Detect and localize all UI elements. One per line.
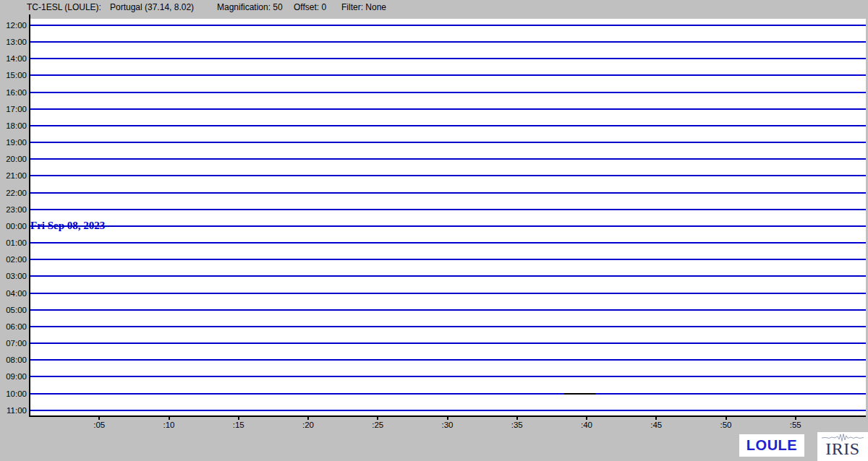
trace-line <box>30 309 866 311</box>
minute-tick-label: :20 <box>297 421 320 429</box>
time-label: 05:00 <box>0 305 27 315</box>
minute-tick <box>307 417 309 420</box>
trace-line <box>30 259 866 260</box>
time-label: 10:00 <box>0 389 27 399</box>
time-label: 06:00 <box>0 322 27 332</box>
trace-line <box>30 74 866 76</box>
trace-line <box>30 25 866 26</box>
time-label: 16:00 <box>0 87 27 98</box>
minute-tick-label: :25 <box>366 421 389 429</box>
time-label: 07:00 <box>0 338 27 348</box>
time-label: 23:00 <box>0 204 27 215</box>
time-label: 04:00 <box>0 288 27 298</box>
trace-line <box>30 158 866 160</box>
trace-line <box>30 209 866 210</box>
trace-line <box>30 125 866 126</box>
minute-tick-label: :15 <box>227 421 250 429</box>
iris-logo-text: IRIS <box>817 439 868 458</box>
minute-tick-label: :30 <box>436 421 459 429</box>
trace-line <box>30 175 866 176</box>
magnification-label: Magnification: 50 <box>217 2 283 12</box>
trace-line <box>30 359 866 361</box>
time-label: 15:00 <box>0 70 27 80</box>
offset-label: Offset: 0 <box>294 2 326 12</box>
time-label: 19:00 <box>0 137 27 147</box>
minute-tick <box>586 417 587 420</box>
minute-tick-label: :50 <box>715 421 738 429</box>
time-label: 21:00 <box>0 171 27 181</box>
time-label: 18:00 <box>0 121 27 131</box>
station-monitor-window: TC-1ESL (LOULE): Portugal (37.14, 8.02) … <box>0 0 868 461</box>
trace-line <box>30 92 866 93</box>
time-label: 13:00 <box>0 37 27 47</box>
time-label: 02:00 <box>0 254 27 264</box>
pen-position-segment <box>564 393 595 395</box>
minute-tick-label: :40 <box>575 421 598 429</box>
trace-line <box>30 293 866 294</box>
time-label: 14:00 <box>0 53 27 64</box>
minute-tick <box>726 417 727 420</box>
minute-tick-label: :55 <box>784 421 807 429</box>
iris-logo[interactable]: IRIS <box>817 432 868 461</box>
minute-tick <box>795 417 796 420</box>
trace-line <box>30 393 866 395</box>
station-button[interactable]: LOULE <box>739 434 804 457</box>
minute-tick <box>655 417 657 420</box>
time-label: 08:00 <box>0 355 27 365</box>
trace-line <box>30 275 866 277</box>
time-label: 22:00 <box>0 188 27 198</box>
trace-line <box>30 142 866 143</box>
station-id-label: TC-1ESL (LOULE): <box>27 2 101 12</box>
minute-tick <box>377 417 378 420</box>
minute-tick-label: :35 <box>506 421 529 429</box>
time-label: 12:00 <box>0 20 27 30</box>
trace-line <box>30 58 866 59</box>
trace-line <box>30 376 866 377</box>
trace-line <box>30 326 866 327</box>
minute-tick <box>98 417 100 420</box>
time-label: 17:00 <box>0 104 27 114</box>
date-annotation: Fri Sep 08, 2023 <box>30 220 105 232</box>
minute-tick <box>169 417 170 420</box>
minute-tick-label: :05 <box>88 421 111 429</box>
time-label: 03:00 <box>0 271 27 281</box>
trace-line <box>30 410 866 411</box>
minute-tick-label: :45 <box>644 421 668 429</box>
time-label: 20:00 <box>0 154 27 164</box>
station-button-label: LOULE <box>746 437 797 454</box>
time-label: 01:00 <box>0 238 27 248</box>
time-label: 00:00 <box>0 221 27 231</box>
minute-tick <box>238 417 239 420</box>
trace-line <box>30 192 866 194</box>
trace-line <box>30 342 866 344</box>
station-location-label: Portugal (37.14, 8.02) <box>110 2 194 12</box>
trace-line <box>30 242 866 244</box>
filter-label: Filter: None <box>341 2 386 12</box>
minute-tick-label: :10 <box>158 421 181 429</box>
minute-tick <box>447 417 448 420</box>
trace-line <box>30 108 866 110</box>
helicorder-plot[interactable] <box>30 19 866 415</box>
time-label: 09:00 <box>0 371 27 382</box>
minute-tick <box>516 417 518 420</box>
time-label: 11:00 <box>0 405 27 415</box>
trace-line <box>30 225 866 227</box>
trace-line <box>30 41 866 43</box>
